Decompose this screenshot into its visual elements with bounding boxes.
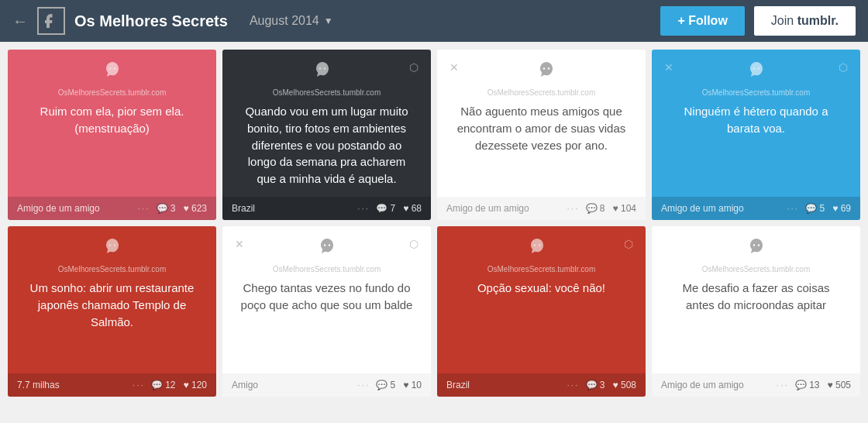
ext-placeholder: ⬡ (624, 237, 633, 251)
like-count: ♥ 68 (403, 203, 422, 214)
card-author: Amigo de um amigo (661, 380, 770, 390)
like-count: ♥ 505 (828, 380, 851, 390)
card-author: Brazil (232, 203, 351, 214)
card-footer: Amigo de um amigo ··· 💬 5 ♥ 69 (652, 197, 860, 220)
chevron-down-icon: ▼ (324, 15, 333, 26)
x-placeholder: ✕ (450, 60, 459, 74)
card-site-url: OsMelhoresSecrets.tumblr.com (20, 88, 204, 97)
close-icon[interactable]: ✕ (664, 61, 673, 74)
external-link-icon[interactable]: ⬡ (409, 61, 418, 74)
ext-placeholder: ⬡ (839, 60, 848, 74)
card-text: Ninguém é hétero quando a barata voa. (664, 103, 848, 189)
card-stats: 💬 3 ♥ 508 (586, 380, 637, 390)
card: ✕ ⬡ OsMelhoresSecrets.tumblr.com Chego t… (222, 226, 431, 397)
like-count: ♥ 508 (613, 380, 636, 390)
like-count: ♥ 69 (832, 203, 851, 214)
svg-point-7 (757, 67, 759, 69)
more-options-button[interactable]: ··· (777, 380, 789, 390)
card-site-url: OsMelhoresSecrets.tumblr.com (20, 265, 204, 273)
card-author: Brazil (446, 380, 560, 390)
fox-icon (746, 237, 766, 262)
cards-grid: OsMelhoresSecrets.tumblr.com Ruim com el… (0, 42, 868, 404)
x-placeholder: ✕ (664, 60, 673, 74)
card: ✕ OsMelhoresSecrets.tumblr.com Não aguen… (437, 50, 646, 220)
fox-icon (536, 60, 556, 85)
svg-point-12 (533, 244, 535, 246)
card-header (20, 60, 204, 85)
fox-icon (746, 60, 766, 85)
follow-button[interactable]: + Follow (660, 6, 744, 36)
card-stats: 💬 7 ♥ 68 (376, 203, 422, 214)
comment-count: 💬 7 (376, 203, 395, 214)
external-link-icon[interactable]: ⬡ (624, 238, 633, 250)
ext-placeholder: ⬡ (409, 60, 418, 74)
more-options-button[interactable]: ··· (357, 203, 370, 214)
external-link-icon[interactable]: ⬡ (409, 238, 418, 250)
card-header (664, 237, 848, 262)
comment-count: 💬 13 (795, 380, 820, 390)
card-site-url: OsMelhoresSecrets.tumblr.com (450, 265, 633, 273)
card-site-url: OsMelhoresSecrets.tumblr.com (664, 265, 848, 273)
card-text: Me desafio a fazer as coisas antes do mi… (664, 280, 848, 366)
join-button[interactable]: Join tumblr. (754, 6, 856, 36)
comment-count: 💬 3 (157, 203, 176, 214)
card: OsMelhoresSecrets.tumblr.com Um sonho: a… (8, 226, 216, 397)
card-stats: 💬 8 ♥ 104 (586, 203, 637, 214)
like-count: ♥ 623 (184, 203, 207, 214)
svg-point-11 (328, 244, 329, 246)
svg-point-8 (108, 244, 110, 246)
card-header: ✕ ⬡ (664, 60, 848, 85)
card-stats: 💬 13 ♥ 505 (795, 380, 851, 390)
card: OsMelhoresSecrets.tumblr.com Ruim com el… (8, 50, 216, 220)
fox-icon (317, 237, 337, 262)
card-header (20, 237, 204, 262)
card: ✕ ⬡ OsMelhoresSecrets.tumblr.com Ninguém… (652, 50, 860, 220)
svg-point-14 (753, 244, 754, 246)
more-options-button[interactable]: ··· (567, 203, 579, 214)
card-footer: Amigo de um amigo ··· 💬 13 ♥ 505 (652, 373, 860, 397)
x-placeholder: ✕ (235, 237, 244, 251)
card-header: ✕ (450, 60, 633, 85)
svg-point-2 (319, 67, 320, 69)
comment-count: 💬 12 (151, 380, 176, 390)
card-footer: Amigo ··· 💬 5 ♥ 10 (222, 373, 431, 397)
like-count: ♥ 104 (613, 203, 636, 214)
date-selector[interactable]: August 2014 ▼ (250, 14, 333, 28)
comment-count: 💬 5 (376, 380, 395, 390)
card-author: 7.7 milhas (17, 380, 126, 390)
card-text: Quando vou em um lugar muito bonito, tir… (235, 103, 418, 189)
more-options-button[interactable]: ··· (137, 203, 150, 214)
like-count: ♥ 10 (403, 380, 422, 390)
svg-point-10 (323, 244, 325, 246)
external-link-icon[interactable]: ⬡ (839, 61, 848, 74)
site-logo (37, 7, 65, 35)
back-button[interactable]: ← (12, 12, 28, 30)
close-icon[interactable]: ✕ (235, 238, 244, 250)
more-options-button[interactable]: ··· (133, 380, 145, 390)
more-options-button[interactable]: ··· (567, 380, 579, 390)
card-author: Amigo de um amigo (446, 203, 560, 214)
close-icon[interactable]: ✕ (450, 61, 459, 74)
card-text: Opção sexual: você não! (450, 280, 633, 366)
svg-point-9 (113, 244, 115, 246)
card-footer: Amigo de um amigo ··· 💬 8 ♥ 104 (437, 197, 646, 220)
card-author: Amigo de um amigo (661, 203, 780, 214)
svg-point-6 (753, 67, 754, 69)
card-stats: 💬 12 ♥ 120 (151, 380, 207, 390)
svg-point-15 (757, 244, 759, 246)
svg-point-3 (323, 67, 325, 69)
card-footer: Amigo de um amigo ··· 💬 3 ♥ 623 (8, 197, 216, 220)
card: ⬡ OsMelhoresSecrets.tumblr.com Quando vo… (222, 50, 431, 220)
card-footer: 7.7 milhas ··· 💬 12 ♥ 120 (8, 373, 216, 397)
svg-point-13 (538, 244, 539, 246)
card-site-url: OsMelhoresSecrets.tumblr.com (450, 88, 633, 97)
svg-point-4 (542, 67, 544, 69)
more-options-button[interactable]: ··· (787, 203, 799, 214)
comment-count: 💬 5 (805, 203, 825, 214)
card-text: Um sonho: abrir um restaurante japonês c… (20, 280, 204, 366)
more-options-button[interactable]: ··· (357, 380, 370, 390)
card-author: Amigo de um amigo (17, 203, 131, 214)
comment-count: 💬 8 (586, 203, 605, 214)
svg-point-5 (547, 67, 549, 69)
card: OsMelhoresSecrets.tumblr.com Me desafio … (652, 226, 860, 397)
